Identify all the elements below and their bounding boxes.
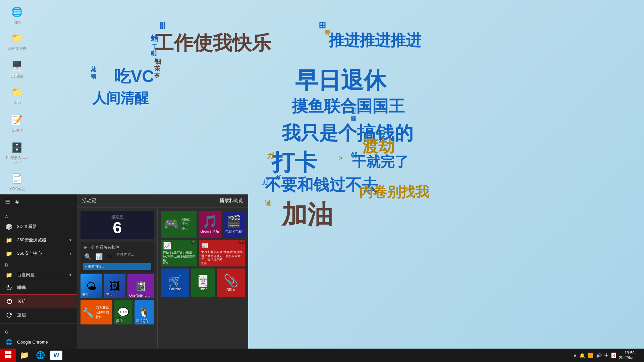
sidebar-item-360-browser[interactable]: 📁 360安全浏览器 ▼ xyxy=(0,233,77,247)
start-main-header: 活动记 播放和浏览 xyxy=(77,194,248,207)
taskbar: 📁 🌐 W ∧ 🔔 📶 🔊 中 S 19:58 2022/5/6 xyxy=(0,349,644,362)
sidebar-items: A 🎲 3D 查看器 📁 360安全浏览器 ▼ 📁 360安全中心 ▼ B xyxy=(0,210,77,279)
tile-qq[interactable]: 🐧 腾讯QQ xyxy=(135,300,154,324)
start-button[interactable] xyxy=(0,349,16,362)
taskbar-notification[interactable]: 🔔 xyxy=(579,353,585,358)
taskbar-app-file-explorer[interactable]: 📁 xyxy=(16,349,32,362)
sidebar-item-baidu-disk[interactable]: 📁 百度网盘 ▼ xyxy=(0,268,77,279)
wall-text-1: 工作使我快乐 xyxy=(154,30,271,56)
wall-text-15: 蜡 xyxy=(151,34,158,44)
xbox-tile-name: Xbox 主机小... xyxy=(181,217,194,231)
groove-tile-name: Groove 音乐 xyxy=(201,229,219,234)
tile-force-remove[interactable]: 🔧 强力卸载电脑中的软件 xyxy=(80,300,112,324)
desktop-icon-recent-folders[interactable]: 📁 最近文件夹 xyxy=(3,29,30,52)
sidebar-item-google-chrome[interactable]: 🌐 Google Chrome xyxy=(0,335,77,349)
tile-news[interactable]: 📰 女保安遭男同事"性骚扰"反遭辞退？对话当事人：他那叔叔掌了，曾拒其示爱 📸 … xyxy=(199,240,245,266)
desktop-icon-tianji[interactable]: 📁 天机 xyxy=(3,83,30,106)
chrome-icon-sidebar: 🌐 xyxy=(5,338,13,346)
finance-tile-label: 财经 xyxy=(163,261,169,265)
taskbar-show-desktop[interactable] xyxy=(639,349,641,361)
shutdown-label: 关机 xyxy=(17,298,26,304)
desktop-icon-this-pc[interactable]: 🖥️ 此电脑 xyxy=(3,57,30,80)
360-center-icon: 📁 xyxy=(5,249,13,257)
plsql-label: PLSQL Developer xyxy=(5,155,29,163)
tile-groove[interactable]: 🎵 Groove 音乐 xyxy=(199,211,221,238)
groove-tile-icon: 🎵 xyxy=(202,215,217,229)
sidebar-restart[interactable]: 重启 xyxy=(0,308,77,322)
wall-text-12: 加油 xyxy=(282,198,333,232)
mail-app-google[interactable]: 🔍 xyxy=(83,252,93,261)
wall-text-14: Ⅲ xyxy=(159,20,166,31)
360-center-arrow: ▼ xyxy=(69,252,72,255)
wall-text-10: 干就完了 xyxy=(352,153,409,171)
onenote-tile-icon: 📓 xyxy=(135,281,147,292)
taskbar-antivirus[interactable]: S xyxy=(611,353,616,358)
svg-rect-4 xyxy=(5,355,8,358)
force-remove-label: 强力卸载电脑中的软件 xyxy=(96,305,111,319)
baidu-disk-icon: 📁 xyxy=(5,271,13,279)
photos-tile-icon: 🖼 xyxy=(109,280,120,293)
hamburger-button[interactable]: ☰ xyxy=(5,198,10,206)
this-pc-label: 此电脑 xyxy=(11,73,22,78)
mail-app-mail[interactable]: ✉ xyxy=(105,252,115,261)
wall-text-28: 腼 xyxy=(351,116,356,123)
taskbar-ime-zh[interactable]: 中 xyxy=(604,352,609,358)
this-pc-icon: 🖥️ xyxy=(10,59,23,72)
wall-text-20: ⊞ xyxy=(319,20,326,31)
activity-header-title: 活动记 xyxy=(82,198,96,204)
taskbar-clock[interactable]: 19:58 2022/5/6 xyxy=(619,351,635,360)
start-sidebar: ☰ # A 🎲 3D 查看器 📁 360安全浏览器 ▼ 📁 360安全中心 ▼ xyxy=(0,194,77,349)
wall-text-23: > xyxy=(339,154,343,162)
wall-text-11: 不要和钱过不去 xyxy=(265,174,378,196)
sidebar-item-360-center[interactable]: 📁 360安全中心 ▼ xyxy=(0,247,77,260)
news-badge: 📸 xyxy=(238,241,244,244)
mail-apps: 🔍 📊 ✉ 更多内容... xyxy=(83,252,151,261)
sidebar-item-3d-viewer[interactable]: 🎲 3D 查看器 xyxy=(0,220,77,233)
wall-text-7: 我只是个搞钱的 xyxy=(282,121,413,146)
tile-finance[interactable]: 📈 评论｜6元可改IP归属地,呼吁"从根上斩断黑产链" 📸 财经 xyxy=(161,240,197,266)
taskbar-volume[interactable]: 🔊 xyxy=(596,353,602,358)
force-remove-icon: 🔧 xyxy=(82,307,94,318)
mail-badge-text: 更多内容... xyxy=(88,264,104,269)
desktop-icon-network[interactable]: 🌐 网络 xyxy=(3,3,30,26)
msstore-tile-name: Solitaire xyxy=(169,287,181,291)
start-menu: ☰ # A 🎲 3D 查看器 📁 360安全浏览器 ▼ 📁 360安全中心 ▼ xyxy=(0,194,248,349)
tile-movies[interactable]: 🎬 电影和电视 xyxy=(223,211,245,238)
taskbar-date: 2022/5/6 xyxy=(619,355,635,360)
desktop-icon-wps[interactable]: 📄 WPS办公 xyxy=(3,170,30,193)
activity-tiles-row2: 🔧 强力卸载电脑中的软件 💬 微信 🐧 腾讯QQ xyxy=(80,300,154,324)
mail-app-office[interactable]: 📊 xyxy=(94,252,104,261)
desktop: 工作使我快乐 推进推进推进 吃VC 早日退休 人间清醒 摸鱼联合国国王 我只是个… xyxy=(0,0,644,362)
tile-solitaire[interactable]: 🃏 Office xyxy=(191,268,215,297)
tile-office[interactable]: 📎 Office xyxy=(217,268,245,297)
browse-row-3: 🛒 Solitaire 🃏 Office 📎 Office xyxy=(161,268,245,297)
desktop-icon-notepad[interactable]: 📝 记事本 xyxy=(3,111,30,134)
svg-rect-5 xyxy=(8,355,11,358)
wps-icon: 📄 xyxy=(10,172,23,185)
sidebar-shutdown[interactable]: 关机 xyxy=(0,294,77,308)
browse-header-title: 播放和浏览 xyxy=(220,198,243,204)
photos-tile-label: 照片 xyxy=(106,293,112,297)
taskbar-network[interactable]: 📶 xyxy=(588,353,593,358)
tile-photos[interactable]: 🖼 照片 xyxy=(104,274,125,298)
tile-onenote[interactable]: 📓 OneNote for... xyxy=(127,274,154,298)
tile-wechat[interactable]: 💬 微信 xyxy=(114,300,132,324)
sidebar-header: ☰ # xyxy=(0,194,77,210)
taskbar-app-chrome[interactable]: 🌐 xyxy=(32,349,48,362)
desktop-icon-plsql[interactable]: 🗄️ PLSQL Developer xyxy=(3,139,30,165)
wechat-tile-icon: 💬 xyxy=(117,307,129,318)
wall-text-8: 渡劫 xyxy=(362,136,394,157)
tile-xbox[interactable]: 🎮 Xbox 主机小... xyxy=(161,211,197,238)
wall-text-21: 蒡 xyxy=(325,29,330,37)
wall-text-31: 茶 xyxy=(154,65,160,73)
tile-weather[interactable]: 🌤 天气 xyxy=(80,274,102,298)
office-tile-icon: 📎 xyxy=(223,274,238,288)
sidebar-sleep[interactable]: 睡眠 xyxy=(0,281,77,294)
wall-text-17: 啦 xyxy=(151,50,157,58)
news-tile-text: 女保安遭男同事"性骚扰"反遭辞退？对话当事人：他那叔叔掌了，曾拒其示爱 xyxy=(201,250,243,262)
tile-msstore[interactable]: 🛒 Solitaire xyxy=(161,268,189,297)
weather-tile-icon: 🌤 xyxy=(86,280,97,293)
taskbar-chevron[interactable]: ∧ xyxy=(574,353,577,358)
taskbar-app-word[interactable]: W xyxy=(50,351,62,360)
mail-summary[interactable]: 在一处查看所有邮件 🔍 📊 ✉ 更多内容... ● 更多内容... xyxy=(80,242,154,273)
